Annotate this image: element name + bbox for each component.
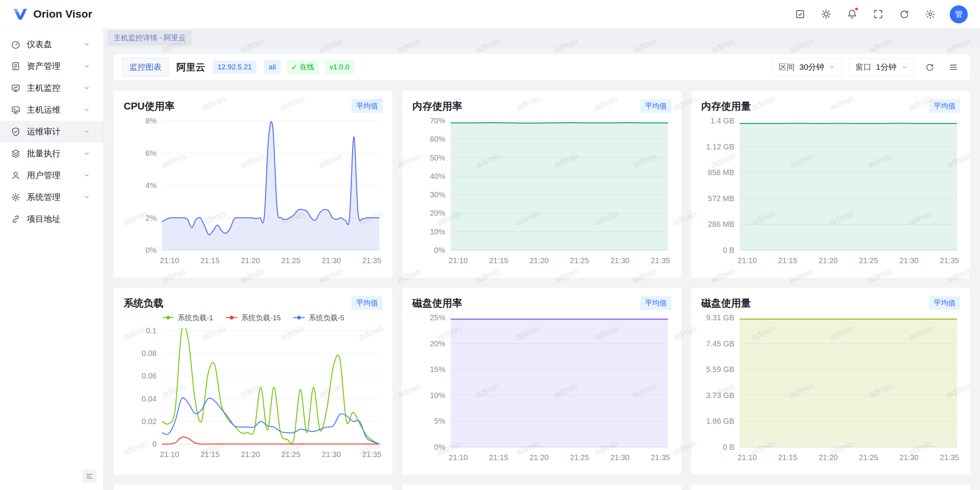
theme-toggle-button[interactable]: [816, 4, 836, 25]
brand: Orion Visor: [12, 6, 92, 22]
refresh-charts-button[interactable]: [921, 59, 938, 75]
check-icon: ✓: [291, 63, 297, 72]
ops-icon: [11, 105, 21, 115]
collapse-menu-icon: [85, 472, 94, 480]
svg-text:21:30: 21:30: [899, 453, 918, 462]
chart-area: 9.31 GB7.45 GB5.59 GB3.73 GB1.86 GB0 B21…: [701, 312, 960, 464]
link-icon: [11, 214, 21, 224]
sidebar-item-link[interactable]: 项目地址: [0, 208, 103, 230]
svg-text:6%: 6%: [145, 149, 157, 157]
svg-text:21:15: 21:15: [778, 453, 797, 462]
sidebar-collapse-button[interactable]: [83, 469, 96, 483]
chart-title: CPU使用率: [124, 100, 175, 113]
svg-text:25%: 25%: [430, 313, 445, 322]
svg-text:21:15: 21:15: [200, 256, 219, 265]
chart-plot: 25%20%15%10%5%0%21:1021:1521:2021:2521:3…: [412, 312, 671, 464]
svg-text:0: 0: [152, 440, 157, 448]
fullscreen-icon: [873, 9, 884, 20]
sidebar-item-system[interactable]: 系统管理: [0, 186, 103, 208]
chart-list-button[interactable]: [945, 59, 962, 75]
legend-marker-icon: [293, 314, 305, 322]
top-navbar: Orion Visor 管: [0, 0, 980, 29]
sidebar-item-label: 资产管理: [27, 61, 83, 72]
svg-text:21:30: 21:30: [611, 453, 630, 462]
sidebar-item-batch[interactable]: 批量执行: [0, 143, 103, 164]
svg-text:21:25: 21:25: [859, 453, 878, 462]
sidebar-item-label: 用户管理: [27, 170, 83, 181]
svg-text:21:20: 21:20: [241, 256, 260, 265]
svg-text:0%: 0%: [434, 246, 445, 254]
tab-bar: 主机监控详情 - 阿里云: [104, 29, 980, 47]
system-icon: [11, 192, 21, 202]
sidebar-item-label: 主机运维: [27, 104, 83, 116]
svg-text:3.73 GB: 3.73 GB: [706, 391, 734, 400]
tab-host-monitor-detail[interactable]: 主机监控详情 - 阿里云: [108, 30, 192, 46]
svg-text:1.86 GB: 1.86 GB: [706, 417, 734, 425]
svg-text:21:30: 21:30: [899, 256, 918, 265]
sidebar-item-label: 批量执行: [27, 148, 83, 159]
sidebar-item-assets[interactable]: 资产管理: [0, 55, 103, 77]
svg-text:21:25: 21:25: [570, 453, 589, 462]
svg-text:70%: 70%: [430, 116, 445, 125]
sidebar-item-audit[interactable]: 运维审计: [0, 121, 103, 143]
chart-plot: 8%6%4%2%0%21:1021:1521:2021:2521:3021:35: [124, 115, 382, 267]
legend-item[interactable]: 系统负载-15: [225, 313, 281, 323]
interval-select[interactable]: 区间 30分钟: [772, 58, 842, 76]
svg-text:7.45 GB: 7.45 GB: [706, 339, 734, 348]
svg-text:21:35: 21:35: [362, 256, 381, 265]
settings-icon: [925, 9, 936, 20]
svg-text:21:35: 21:35: [651, 453, 670, 462]
theme-toggle-icon: [821, 9, 831, 20]
chevron-down-icon: [83, 62, 90, 70]
average-badge: 平均值: [929, 99, 960, 113]
chart-card-partial: [402, 485, 681, 490]
svg-text:0%: 0%: [434, 443, 445, 451]
svg-text:21:10: 21:10: [449, 256, 468, 265]
svg-text:0 B: 0 B: [723, 246, 734, 254]
refresh-button[interactable]: [894, 4, 915, 25]
svg-text:21:25: 21:25: [859, 256, 878, 265]
window-select[interactable]: 窗口 1分钟: [849, 58, 914, 76]
svg-text:0.08: 0.08: [142, 349, 157, 357]
svg-text:21:10: 21:10: [738, 453, 757, 462]
chevron-down-icon: [83, 41, 90, 48]
chart-plot: 0.10.080.060.040.02021:1021:1521:2021:25…: [124, 325, 382, 461]
settings-button[interactable]: [920, 4, 941, 25]
svg-text:21:20: 21:20: [529, 453, 549, 462]
svg-text:21:20: 21:20: [241, 450, 260, 459]
sidebar-item-dashboard[interactable]: 仪表盘: [0, 33, 103, 55]
main-area: adminadminadminadminadminadminadminadmin…: [104, 29, 980, 490]
svg-text:21:20: 21:20: [818, 453, 838, 462]
svg-text:4%: 4%: [145, 181, 157, 190]
host-tag-text: ali: [269, 63, 276, 71]
refresh-icon: [899, 9, 910, 20]
average-badge: 平均值: [351, 99, 382, 113]
notification-dot: [854, 7, 859, 11]
sidebar: 仪表盘资产管理主机监控主机运维运维审计批量执行用户管理系统管理项目地址: [0, 29, 104, 490]
charts-grid: CPU使用率平均值8%6%4%2%0%21:1021:1521:2021:252…: [114, 91, 970, 475]
sidebar-item-ops[interactable]: 主机运维: [0, 99, 103, 121]
notifications-button[interactable]: [842, 4, 862, 25]
avatar[interactable]: 管: [950, 5, 968, 23]
svg-text:21:10: 21:10: [160, 256, 179, 265]
chart-plot: 9.31 GB7.45 GB5.59 GB3.73 GB1.86 GB0 B21…: [701, 312, 960, 464]
sidebar-item-label: 系统管理: [27, 192, 83, 203]
chevron-down-icon: [83, 150, 90, 157]
svg-text:286 MB: 286 MB: [708, 220, 734, 228]
svg-text:15%: 15%: [430, 365, 445, 374]
host-name: 阿里云: [176, 61, 205, 74]
chart-plot: 70%60%50%40%30%20%10%0%21:1021:1521:2021…: [412, 115, 671, 267]
monitor-chart-button[interactable]: 监控图表: [122, 58, 169, 76]
legend-item[interactable]: 系统负载-1: [162, 313, 213, 323]
tasks-button[interactable]: [790, 4, 810, 25]
chart-area: 25%20%15%10%5%0%21:1021:1521:2021:2521:3…: [412, 312, 671, 464]
sidebar-item-label: 项目地址: [27, 213, 96, 225]
fullscreen-button[interactable]: [868, 4, 889, 25]
host-header-card: 监控图表 阿里云 12.92.5.21 ali✓在线v1.0.0 区间 30分钟…: [114, 54, 970, 80]
chart-area: 8%6%4%2%0%21:1021:1521:2021:2521:3021:35: [124, 115, 382, 267]
sidebar-item-users[interactable]: 用户管理: [0, 164, 103, 186]
legend-item[interactable]: 系统负载-5: [293, 313, 344, 323]
svg-text:0%: 0%: [145, 246, 157, 254]
sidebar-item-monitor[interactable]: 主机监控: [0, 77, 103, 99]
legend-marker-icon: [225, 314, 238, 322]
